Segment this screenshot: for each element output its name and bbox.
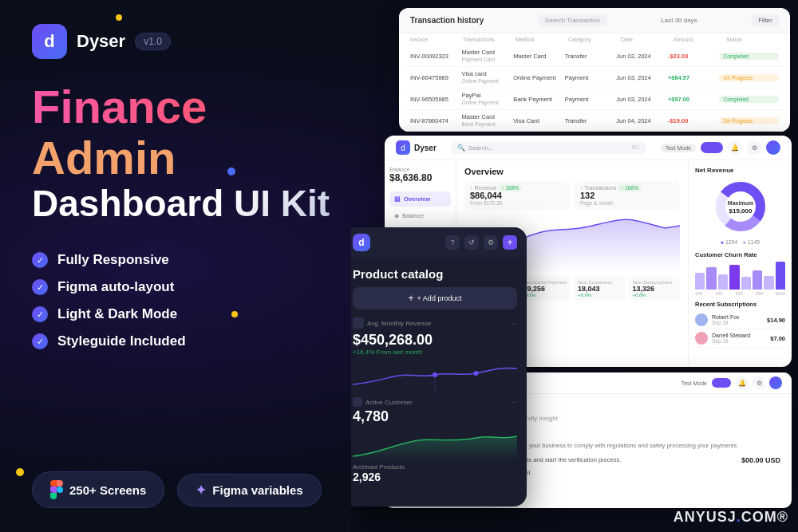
- check-icon: ✓: [32, 279, 48, 295]
- dash-logo-name: Dyser: [414, 144, 437, 152]
- acc-settings-icon[interactable]: ⚙: [753, 376, 765, 389]
- status-badge: Completed: [719, 96, 779, 103]
- report-sub-value: 13,326: [633, 285, 677, 293]
- settings-icon[interactable]: ⚙: [747, 140, 761, 155]
- sub-amount: $14.90: [767, 317, 785, 324]
- status-badge: On Progress: [719, 74, 779, 81]
- transaction-title: Transaction history: [410, 16, 484, 25]
- product-top-icons: ? ↺ ⚙ +: [445, 235, 517, 250]
- feature-item: ✓ Figma auto-layout: [32, 279, 335, 295]
- add-icon[interactable]: +: [503, 235, 517, 250]
- col-status: Status: [726, 37, 779, 42]
- notification-icon[interactable]: 🔔: [728, 140, 742, 155]
- acc-right-controls: Test Mode 🔔 ⚙: [681, 376, 782, 389]
- report-pay-badge: +33%: [523, 293, 567, 298]
- archived-value: 2,926: [351, 471, 527, 483]
- transaction-period: Last 30 days: [661, 17, 697, 24]
- report-pay-value: 29,256: [523, 285, 567, 293]
- transaction-history-card: Transaction history Search Transaction L…: [399, 8, 790, 132]
- acc-notification-icon[interactable]: 🔔: [736, 376, 749, 389]
- dashboard-topbar: d Dyser 🔍 Search... ⌘1 Test Mode 🔔 ⚙: [385, 136, 792, 160]
- col-amount: Amount: [674, 37, 726, 42]
- bar: [695, 273, 705, 290]
- left-panel: d Dyser v1.0 Finance Admin Dashboard UI …: [0, 0, 367, 532]
- right-panel: Transaction history Search Transaction L…: [351, 0, 798, 532]
- balance-nav-label: Balance: [402, 212, 424, 219]
- avg-revenue-label: Avg. Monthly Revenue ···: [353, 317, 517, 329]
- overview-label: Overview: [404, 195, 430, 203]
- status-badge: Completed: [719, 53, 779, 60]
- transaction-header: Transaction history Search Transaction L…: [399, 8, 790, 33]
- date: Jun 03, 2024: [616, 74, 668, 81]
- product-topbar: d ? ↺ ⚙ +: [351, 227, 527, 258]
- heading-admin: Admin: [32, 132, 176, 183]
- check-icon: ✓: [32, 252, 48, 268]
- sidebar-item-overview[interactable]: ▤ Overview: [389, 191, 451, 207]
- settings-icon[interactable]: ⚙: [484, 235, 498, 250]
- revenue-label: ↑ Revenue ↑ 168%: [470, 185, 564, 191]
- more-options-icon[interactable]: ···: [512, 320, 517, 327]
- feature-text: Light & Dark Mode: [57, 306, 177, 322]
- sub-avatar: [695, 313, 708, 326]
- transaction-search[interactable]: Search Transaction: [539, 14, 606, 26]
- bar: [741, 277, 751, 290]
- churn-rate-chart: [695, 262, 785, 290]
- search-placeholder: Search...: [468, 144, 494, 152]
- transaction-name: Master CardPayment Card: [462, 49, 514, 63]
- balance-icon: ◈: [394, 212, 399, 219]
- stats-row: ↑ Revenue ↑ 168% $86,044 From $175.26 ↑ …: [464, 181, 680, 210]
- dash-search[interactable]: 🔍 Search... ⌘1: [451, 142, 646, 154]
- feature-text: Styleguide Included: [57, 333, 186, 349]
- user-avatar[interactable]: [766, 140, 780, 155]
- invoice-id: INV-87860474: [410, 117, 462, 124]
- test-mode-toggle[interactable]: [701, 142, 723, 153]
- acc-avatar[interactable]: [769, 376, 782, 389]
- sub-avatar: [695, 332, 708, 345]
- filter-button[interactable]: Filter: [752, 14, 779, 26]
- customer-mini-chart: [353, 428, 517, 460]
- product-catalog-card: d ? ↺ ⚙ + Product catalog + + Add produc…: [351, 227, 527, 506]
- transaction-name: Visa cardOnline Payment: [462, 70, 514, 85]
- amount: -$23.00: [668, 53, 720, 60]
- balance-label: Balance: [389, 167, 451, 172]
- acc-toggle[interactable]: [712, 378, 731, 388]
- overview-icon: ▤: [394, 195, 401, 203]
- category: Payment: [565, 96, 617, 103]
- bar: [729, 265, 739, 290]
- report-cust-badge: +8.9%: [578, 293, 622, 298]
- feature-item: ✓ Light & Dark Mode: [32, 306, 335, 322]
- donut-legend: ● 1254 ● 1145: [695, 239, 785, 245]
- active-customer-value: 4,780: [351, 408, 527, 425]
- screens-badge[interactable]: 250+ Screens: [32, 471, 164, 508]
- amount-label: $00.00 USD: [741, 456, 780, 464]
- refresh-icon[interactable]: ↺: [464, 235, 479, 250]
- revenue-icon: [353, 317, 364, 329]
- bottom-badges: 250+ Screens ✦ Figma variables: [32, 471, 322, 508]
- svg-point-6: [473, 371, 478, 376]
- sub-info: Darrell Steward Sep 18: [712, 333, 766, 344]
- dashboard-right-col: Net Revenue Maximum $15,000 ● 1254 ● 114…: [688, 160, 792, 365]
- recent-subscriptions: Recent Subscriptions Robert Fox Sep 18 $…: [695, 301, 785, 348]
- amount: +$97.00: [668, 96, 720, 103]
- plus-icon: +: [409, 293, 414, 304]
- figma-icon: [50, 480, 63, 499]
- sidebar-item-balance[interactable]: ◈ Balance: [389, 208, 451, 223]
- sub-amount: $7.00: [770, 335, 785, 342]
- check-icon: ✓: [32, 333, 48, 349]
- subscribers-count: ● 1254: [721, 239, 738, 245]
- screens-label: 250+ Screens: [69, 483, 146, 497]
- avg-revenue-amount: $450,268.00: [353, 332, 517, 349]
- revenue-change-badge: +16,4% From last month: [353, 349, 517, 356]
- method: Visa Card: [513, 117, 565, 124]
- bar: [706, 267, 716, 290]
- churn-rate-title: Customer Churn Rate: [695, 251, 785, 258]
- figma-badge[interactable]: ✦ Figma variables: [177, 474, 321, 506]
- add-product-button[interactable]: + + Add product: [353, 287, 517, 309]
- help-icon[interactable]: ?: [445, 235, 460, 250]
- churn-labels: 100150200250$100: [695, 291, 785, 296]
- more-options-icon[interactable]: ···: [512, 399, 517, 406]
- recent-subs-title: Recent Subscriptions: [695, 301, 785, 308]
- revenue-section: Avg. Monthly Revenue ··· $450,268.00 +16…: [351, 317, 527, 356]
- revenue-mini-chart: [353, 361, 517, 392]
- col-date: Date: [621, 37, 674, 42]
